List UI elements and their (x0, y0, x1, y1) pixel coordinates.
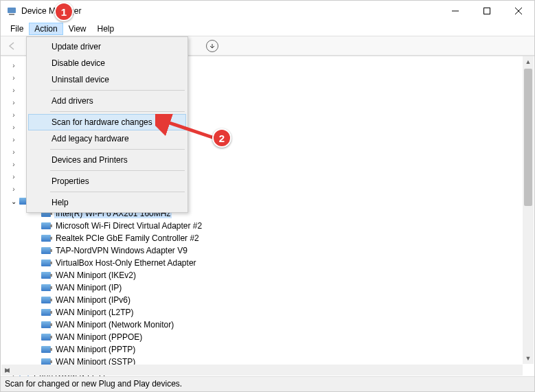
network-adapter-icon (41, 295, 52, 305)
close-button[interactable] (503, 1, 534, 21)
adapter-label: TAP-NordVPN Windows Adapter V9 (54, 246, 189, 255)
network-adapter-icon (41, 283, 52, 292)
adapter-label: WAN Miniport (Network Monitor) (54, 320, 175, 330)
svg-rect-1 (9, 14, 14, 15)
tree-adapter-item[interactable]: TAP-NordVPN Windows Adapter V9 (31, 244, 534, 257)
network-adapter-icon (41, 308, 52, 317)
menu-update-driver[interactable]: Update driver (28, 38, 186, 55)
scroll-thumb[interactable] (524, 69, 532, 206)
tree-adapter-item[interactable]: WAN Miniport (Network Monitor) (31, 319, 534, 331)
tree-adapter-item[interactable]: VirtualBox Host-Only Ethernet Adapter (31, 257, 534, 269)
svg-rect-0 (8, 8, 16, 13)
toolbar-button[interactable] (206, 40, 218, 52)
adapter-label: WAN Miniport (PPPOE) (54, 332, 144, 342)
maximize-button[interactable] (471, 1, 503, 21)
network-adapter-icon (41, 320, 52, 330)
minimize-button[interactable] (440, 1, 471, 21)
menu-help[interactable]: Help (92, 23, 120, 35)
network-adapter-icon (41, 246, 52, 255)
window-title: Device Manager (21, 6, 440, 16)
menu-separator (50, 170, 185, 171)
menu-uninstall-device[interactable]: Uninstall device (28, 71, 186, 88)
tree-adapter-item[interactable]: Microsoft Wi-Fi Direct Virtual Adapter #… (31, 220, 534, 232)
annotation-marker-2: 2 (212, 128, 231, 148)
network-adapter-icon (41, 258, 52, 268)
menu-action[interactable]: Action (29, 23, 62, 35)
scroll-up-icon[interactable]: ▲ (523, 56, 534, 67)
adapter-label: WAN Miniport (IKEv2) (54, 270, 137, 280)
adapter-label: WAN Miniport (L2TP) (54, 308, 135, 317)
scroll-right-icon[interactable]: ▶ (1, 365, 12, 376)
horizontal-scrollbar[interactable]: ◀ ▶ (1, 365, 523, 376)
status-bar: Scan for changed or new Plug and Play de… (1, 376, 534, 391)
adapter-label: WAN Miniport (PPTP) (54, 345, 137, 354)
menu-properties[interactable]: Properties (28, 173, 186, 189)
network-adapter-icon (41, 233, 52, 243)
tree-adapter-item[interactable]: WAN Miniport (IKEv2) (31, 269, 534, 281)
network-adapter-icon (41, 345, 52, 354)
annotation-marker-1: 1 (54, 2, 73, 21)
app-icon (6, 5, 17, 16)
menu-separator (50, 192, 185, 192)
adapter-label: Microsoft Wi-Fi Direct Virtual Adapter #… (54, 221, 203, 231)
tree-adapter-item[interactable]: WAN Miniport (L2TP) (31, 306, 534, 319)
menu-help-item[interactable]: Help (28, 194, 186, 211)
menu-view[interactable]: View (63, 23, 92, 35)
menu-devices-printers[interactable]: Devices and Printers (28, 152, 186, 168)
menu-add-drivers[interactable]: Add drivers (28, 93, 186, 109)
status-text: Scan for changed or new Plug and Play de… (5, 379, 182, 389)
network-adapter-icon (41, 332, 52, 342)
tree-adapter-item[interactable]: Realtek PCIe GbE Family Controller #2 (31, 232, 534, 244)
vertical-scrollbar[interactable]: ▲ ▼ (523, 56, 534, 364)
tree-adapter-item[interactable]: WAN Miniport (IP) (31, 281, 534, 294)
menu-separator (50, 90, 185, 91)
tree-adapter-item[interactable]: WAN Miniport (IPv6) (31, 294, 534, 306)
network-adapter-icon (41, 221, 52, 231)
menu-separator (50, 149, 185, 150)
scroll-down-icon[interactable]: ▼ (523, 353, 534, 364)
menu-separator (50, 111, 185, 112)
titlebar: Device Manager (1, 1, 534, 21)
back-button[interactable] (5, 38, 20, 54)
adapter-label: Realtek PCIe GbE Family Controller #2 (54, 233, 201, 243)
network-adapter-icon (41, 270, 52, 280)
menu-file[interactable]: File (5, 23, 29, 35)
tree-adapter-item[interactable]: WAN Miniport (PPTP) (31, 343, 534, 356)
adapter-label: WAN Miniport (IP) (54, 283, 123, 292)
tree-adapter-item[interactable]: WAN Miniport (PPPOE) (31, 331, 534, 343)
svg-rect-3 (484, 8, 490, 14)
adapter-label: VirtualBox Host-Only Ethernet Adapter (54, 258, 198, 268)
menu-disable-device[interactable]: Disable device (28, 55, 186, 71)
adapter-label: WAN Miniport (IPv6) (54, 295, 132, 305)
menubar: File Action View Help (1, 21, 534, 36)
